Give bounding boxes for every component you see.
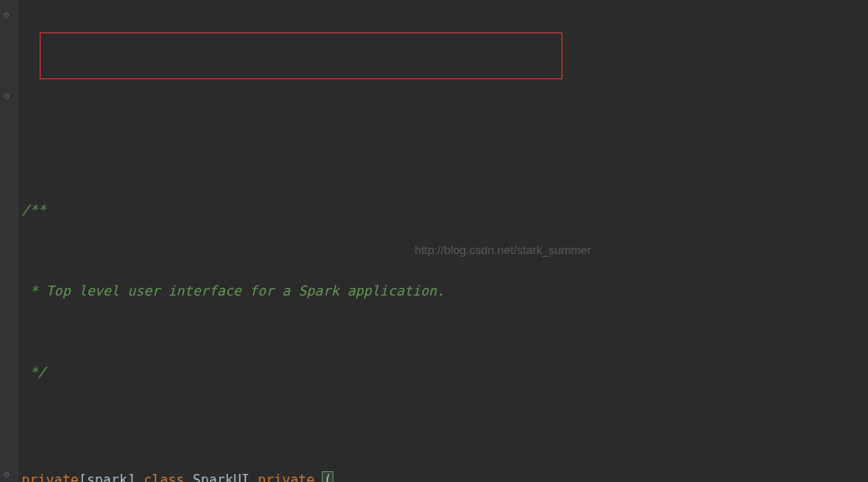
fold-toggle-icon[interactable]: ⊖	[4, 90, 10, 102]
fold-toggle-icon[interactable]: ⊖	[4, 468, 10, 480]
highlight-annotation	[40, 32, 562, 79]
keyword-private: private	[258, 472, 315, 482]
watermark-text: http://blog.csdn.net/stark_summer	[415, 237, 591, 264]
keyword-private: private	[22, 472, 78, 482]
doc-comment-prefix: *	[22, 283, 46, 299]
keyword-class: class	[143, 472, 184, 482]
access-qualifier: [spark]	[78, 472, 143, 482]
doc-comment-text: Top level user interface for a Spark app…	[46, 283, 445, 299]
doc-comment-start: /**	[22, 202, 46, 218]
doc-comment-end: */	[22, 364, 46, 380]
class-name: SparkUI	[185, 472, 258, 482]
code-editor[interactable]: http://blog.csdn.net/stark_summer /** * …	[22, 7, 868, 482]
fold-toggle-icon[interactable]: ⊖	[4, 9, 10, 21]
paren-open-match: (	[322, 471, 333, 482]
editor-gutter: ⊖ ⊖ ⊖	[0, 0, 18, 482]
